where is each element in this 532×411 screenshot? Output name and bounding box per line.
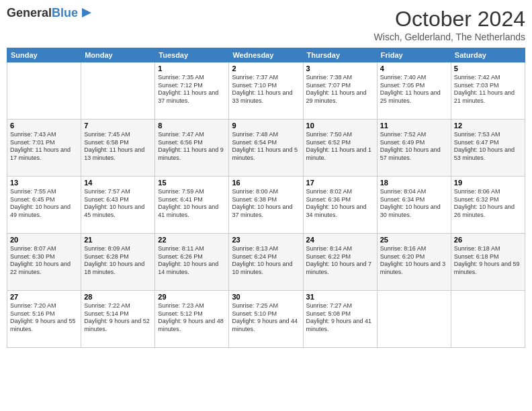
calendar-cell: 4Sunrise: 7:40 AM Sunset: 7:05 PM Daylig… [377, 62, 451, 120]
day-number: 13 [10, 179, 78, 187]
calendar-cell: 20Sunrise: 8:07 AM Sunset: 6:30 PM Dayli… [7, 234, 81, 291]
calendar-cell: 12Sunrise: 7:53 AM Sunset: 6:47 PM Dayli… [451, 120, 525, 177]
day-info: Sunrise: 7:42 AM Sunset: 7:03 PM Dayligh… [454, 74, 522, 105]
day-info: Sunrise: 8:04 AM Sunset: 6:34 PM Dayligh… [380, 188, 448, 220]
day-number: 16 [232, 179, 300, 187]
day-number: 6 [10, 122, 78, 130]
calendar-cell: 9Sunrise: 7:48 AM Sunset: 6:54 PM Daylig… [229, 120, 303, 177]
day-info: Sunrise: 8:07 AM Sunset: 6:30 PM Dayligh… [10, 245, 78, 277]
calendar-cell: 14Sunrise: 7:57 AM Sunset: 6:43 PM Dayli… [81, 177, 155, 234]
calendar-cell: 21Sunrise: 8:09 AM Sunset: 6:28 PM Dayli… [81, 234, 155, 291]
calendar-week-row: 1Sunrise: 7:35 AM Sunset: 7:12 PM Daylig… [7, 62, 525, 120]
day-number: 29 [158, 293, 226, 301]
col-sunday: Sunday [7, 48, 81, 62]
day-number: 7 [84, 122, 152, 130]
day-info: Sunrise: 8:09 AM Sunset: 6:28 PM Dayligh… [84, 245, 152, 277]
day-number: 28 [84, 293, 152, 301]
day-number: 9 [232, 122, 300, 130]
calendar-cell: 13Sunrise: 7:55 AM Sunset: 6:45 PM Dayli… [7, 177, 81, 234]
day-number: 18 [380, 179, 448, 187]
calendar-cell: 6Sunrise: 7:43 AM Sunset: 7:01 PM Daylig… [7, 120, 81, 177]
day-info: Sunrise: 7:43 AM Sunset: 7:01 PM Dayligh… [10, 131, 78, 163]
month-title: October 2024 [374, 7, 525, 32]
day-number: 8 [158, 122, 226, 130]
day-info: Sunrise: 7:37 AM Sunset: 7:10 PM Dayligh… [232, 74, 300, 105]
calendar-cell: 23Sunrise: 8:13 AM Sunset: 6:24 PM Dayli… [229, 234, 303, 291]
day-number: 5 [454, 64, 522, 73]
day-info: Sunrise: 7:40 AM Sunset: 7:05 PM Dayligh… [380, 74, 448, 105]
calendar-cell: 18Sunrise: 8:04 AM Sunset: 6:34 PM Dayli… [377, 177, 451, 234]
title-block: October 2024 Wisch, Gelderland, The Neth… [374, 7, 525, 42]
day-number: 10 [306, 122, 374, 130]
calendar-cell [451, 291, 525, 348]
day-info: Sunrise: 7:27 AM Sunset: 5:08 PM Dayligh… [306, 302, 374, 334]
logo-blue-text: Blue [52, 6, 78, 19]
calendar-cell: 26Sunrise: 8:18 AM Sunset: 6:18 PM Dayli… [451, 234, 525, 291]
col-thursday: Thursday [303, 48, 377, 62]
day-info: Sunrise: 8:16 AM Sunset: 6:20 PM Dayligh… [380, 245, 448, 277]
calendar-cell: 10Sunrise: 7:50 AM Sunset: 6:52 PM Dayli… [303, 120, 377, 177]
calendar-cell: 1Sunrise: 7:35 AM Sunset: 7:12 PM Daylig… [155, 62, 229, 120]
day-number: 23 [232, 236, 300, 244]
day-number: 19 [454, 179, 522, 187]
day-number: 21 [84, 236, 152, 244]
day-number: 30 [232, 293, 300, 301]
day-info: Sunrise: 7:45 AM Sunset: 6:58 PM Dayligh… [84, 131, 152, 163]
day-info: Sunrise: 7:52 AM Sunset: 6:49 PM Dayligh… [380, 131, 448, 163]
day-info: Sunrise: 7:25 AM Sunset: 5:10 PM Dayligh… [232, 302, 300, 334]
day-info: Sunrise: 7:48 AM Sunset: 6:54 PM Dayligh… [232, 131, 300, 163]
location: Wisch, Gelderland, The Netherlands [374, 32, 525, 42]
day-number: 11 [380, 122, 448, 130]
day-number: 27 [10, 293, 78, 301]
day-info: Sunrise: 8:00 AM Sunset: 6:38 PM Dayligh… [232, 188, 300, 220]
day-info: Sunrise: 7:20 AM Sunset: 5:16 PM Dayligh… [10, 302, 78, 334]
day-number: 25 [380, 236, 448, 244]
col-wednesday: Wednesday [229, 48, 303, 62]
day-info: Sunrise: 7:55 AM Sunset: 6:45 PM Dayligh… [10, 188, 78, 220]
calendar-cell: 28Sunrise: 7:22 AM Sunset: 5:14 PM Dayli… [81, 291, 155, 348]
day-info: Sunrise: 8:14 AM Sunset: 6:22 PM Dayligh… [306, 245, 374, 277]
logo: GeneralBlue [7, 7, 94, 20]
day-number: 26 [454, 236, 522, 244]
calendar-table: Sunday Monday Tuesday Wednesday Thursday… [7, 48, 525, 348]
day-info: Sunrise: 7:59 AM Sunset: 6:41 PM Dayligh… [158, 188, 226, 220]
calendar-cell: 11Sunrise: 7:52 AM Sunset: 6:49 PM Dayli… [377, 120, 451, 177]
col-friday: Friday [377, 48, 451, 62]
calendar-cell: 24Sunrise: 8:14 AM Sunset: 6:22 PM Dayli… [303, 234, 377, 291]
day-info: Sunrise: 7:50 AM Sunset: 6:52 PM Dayligh… [306, 131, 374, 163]
calendar-cell: 30Sunrise: 7:25 AM Sunset: 5:10 PM Dayli… [229, 291, 303, 348]
day-info: Sunrise: 7:57 AM Sunset: 6:43 PM Dayligh… [84, 188, 152, 220]
day-number: 20 [10, 236, 78, 244]
day-number: 22 [158, 236, 226, 244]
day-info: Sunrise: 8:11 AM Sunset: 6:26 PM Dayligh… [158, 245, 226, 277]
col-monday: Monday [81, 48, 155, 62]
calendar-cell: 25Sunrise: 8:16 AM Sunset: 6:20 PM Dayli… [377, 234, 451, 291]
calendar-cell: 31Sunrise: 7:27 AM Sunset: 5:08 PM Dayli… [303, 291, 377, 348]
calendar-cell: 15Sunrise: 7:59 AM Sunset: 6:41 PM Dayli… [155, 177, 229, 234]
day-info: Sunrise: 7:35 AM Sunset: 7:12 PM Dayligh… [158, 74, 226, 105]
header: GeneralBlue October 2024 Wisch, Gelderla… [7, 7, 525, 42]
page: GeneralBlue October 2024 Wisch, Gelderla… [0, 0, 532, 411]
day-info: Sunrise: 8:02 AM Sunset: 6:36 PM Dayligh… [306, 188, 374, 220]
day-number: 31 [306, 293, 374, 301]
day-info: Sunrise: 7:38 AM Sunset: 7:07 PM Dayligh… [306, 74, 374, 105]
day-number: 3 [306, 64, 374, 73]
day-info: Sunrise: 8:06 AM Sunset: 6:32 PM Dayligh… [454, 188, 522, 220]
calendar-cell: 16Sunrise: 8:00 AM Sunset: 6:38 PM Dayli… [229, 177, 303, 234]
calendar-cell: 7Sunrise: 7:45 AM Sunset: 6:58 PM Daylig… [81, 120, 155, 177]
calendar-cell: 22Sunrise: 8:11 AM Sunset: 6:26 PM Dayli… [155, 234, 229, 291]
day-info: Sunrise: 8:18 AM Sunset: 6:18 PM Dayligh… [454, 245, 522, 277]
day-info: Sunrise: 7:23 AM Sunset: 5:12 PM Dayligh… [158, 302, 226, 334]
day-number: 24 [306, 236, 374, 244]
calendar-cell [81, 62, 155, 120]
calendar-week-row: 27Sunrise: 7:20 AM Sunset: 5:16 PM Dayli… [7, 291, 525, 348]
calendar-week-row: 13Sunrise: 7:55 AM Sunset: 6:45 PM Dayli… [7, 177, 525, 234]
day-info: Sunrise: 7:22 AM Sunset: 5:14 PM Dayligh… [84, 302, 152, 334]
day-number: 1 [158, 64, 226, 73]
calendar-cell: 2Sunrise: 7:37 AM Sunset: 7:10 PM Daylig… [229, 62, 303, 120]
day-number: 14 [84, 179, 152, 187]
calendar-cell: 17Sunrise: 8:02 AM Sunset: 6:36 PM Dayli… [303, 177, 377, 234]
col-saturday: Saturday [451, 48, 525, 62]
col-tuesday: Tuesday [155, 48, 229, 62]
svg-marker-0 [82, 8, 91, 17]
